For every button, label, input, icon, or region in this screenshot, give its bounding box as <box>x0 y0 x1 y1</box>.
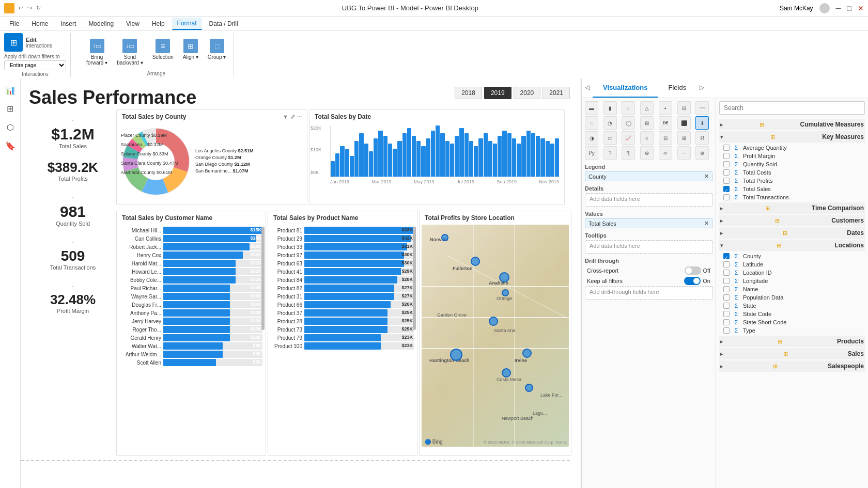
viz-matrix-icon[interactable]: ⊞ <box>677 131 691 145</box>
field-item-checkbox[interactable] <box>723 153 730 159</box>
viz-slicer-icon[interactable]: ≡ <box>640 131 654 145</box>
fields-tab[interactable]: Fields <box>658 78 696 98</box>
close-btn[interactable]: ✕ <box>858 4 864 12</box>
field-item-0[interactable]: ✓ Σ County <box>719 252 865 260</box>
field-group-header-4[interactable]: ▸ ⊞ Dates <box>719 227 865 239</box>
field-group-header-0[interactable]: ▸ ⊞ Cumulative Measures <box>719 119 865 130</box>
sidebar-report-icon[interactable]: 📊 <box>3 83 18 97</box>
viz-py-icon[interactable]: Py <box>585 146 598 160</box>
fields-search-input[interactable] <box>719 101 865 115</box>
field-item-checkbox[interactable] <box>723 194 730 200</box>
keep-filters-track[interactable] <box>684 277 701 285</box>
details-drop-area[interactable]: Add data fields here <box>585 193 712 207</box>
align-btn[interactable]: ⊞ Align ▾ <box>180 37 202 68</box>
field-group-header-6[interactable]: ▸ ⊞ Products <box>719 336 865 347</box>
viz-treemap-icon[interactable]: ⊞ <box>640 116 654 130</box>
window-controls-refresh[interactable]: ↻ <box>36 5 41 11</box>
viz-area-icon[interactable]: △ <box>640 101 654 115</box>
donut-filter-icon[interactable]: ▼ <box>283 114 288 120</box>
field-item-checkbox[interactable] <box>723 303 730 309</box>
viz-gauge-icon[interactable]: ◑ <box>585 131 598 145</box>
field-item-checkbox[interactable] <box>723 311 730 317</box>
menu-data-drill[interactable]: Data / Drill <box>204 18 243 29</box>
viz-scatter-icon[interactable]: ⁙ <box>585 116 598 130</box>
sidebar-data-icon[interactable]: ⊞ <box>3 101 18 116</box>
menu-modeling[interactable]: Modeling <box>83 18 119 29</box>
field-item-7[interactable]: Σ State Code <box>719 310 865 318</box>
field-group-header-7[interactable]: ▸ ⊞ Sales <box>719 348 865 359</box>
field-item-2[interactable]: Σ Quantity Sold <box>719 160 865 168</box>
viz-pie-icon[interactable]: ◔ <box>603 116 617 130</box>
field-item-checkbox[interactable] <box>723 286 730 292</box>
viz-rai-icon[interactable]: R <box>695 131 709 145</box>
cross-report-toggle[interactable]: Off <box>685 266 710 275</box>
field-group-header-3[interactable]: ▸ ⊞ Customers <box>719 215 865 226</box>
window-controls-redo[interactable]: ↪ <box>27 5 32 11</box>
viz-line-icon[interactable]: ⟋ <box>622 101 635 115</box>
viz-more-icon[interactable]: ··· <box>677 146 691 160</box>
field-item-3[interactable]: Σ Total Costs <box>719 168 865 177</box>
viz-decomp-icon[interactable]: ⊕ <box>640 146 654 160</box>
field-item-checkbox[interactable]: ✓ <box>723 253 730 259</box>
year-2019-btn[interactable]: 2019 <box>484 87 512 99</box>
viz-map-icon[interactable]: 🗺 <box>659 116 672 130</box>
viz-narrative-icon[interactable]: ¶ <box>622 146 635 160</box>
donut-more-icon[interactable]: ··· <box>297 114 302 120</box>
viz-card-icon[interactable]: ▭ <box>603 131 617 145</box>
field-item-5[interactable]: ✓ Σ Total Sales <box>719 185 865 193</box>
field-item-checkbox[interactable] <box>723 327 730 334</box>
field-item-checkbox[interactable] <box>723 161 730 167</box>
minimize-btn[interactable]: ─ <box>836 4 841 12</box>
panel-collapse-arrow[interactable]: ◁ <box>582 78 593 98</box>
field-item-4[interactable]: Σ Total Profits <box>719 177 865 185</box>
viz-stackbar-icon[interactable]: ▪ <box>659 101 672 115</box>
viz-stackcol-icon[interactable]: ⊟ <box>677 101 691 115</box>
field-item-9[interactable]: Σ Type <box>719 326 865 335</box>
field-item-5[interactable]: Σ Population Data <box>719 293 865 302</box>
field-item-checkbox[interactable] <box>723 319 730 325</box>
field-item-checkbox[interactable] <box>723 178 730 184</box>
menu-home[interactable]: Home <box>26 18 53 29</box>
field-item-checkbox[interactable] <box>723 145 730 151</box>
send-backward-btn[interactable]: ↓▭ Sendbackward ▾ <box>114 37 146 68</box>
donut-focus-icon[interactable]: ⤢ <box>290 114 295 120</box>
field-item-1[interactable]: Σ Profit Margin <box>719 152 865 160</box>
field-item-2[interactable]: Σ Location ID <box>719 269 865 277</box>
field-group-header-1[interactable]: ▾ ⊞ Key Measures <box>719 131 865 143</box>
field-item-checkbox[interactable]: ✓ <box>723 186 730 192</box>
field-item-1[interactable]: Σ Latitude <box>719 260 865 269</box>
field-item-0[interactable]: Σ Average Quantity <box>719 144 865 152</box>
menu-view[interactable]: View <box>121 18 145 29</box>
drill-filter-dropdown[interactable]: Entire page <box>4 60 66 70</box>
field-item-checkbox[interactable] <box>723 278 730 284</box>
menu-file[interactable]: File <box>4 18 24 29</box>
field-item-checkbox[interactable] <box>723 169 730 176</box>
values-remove-icon[interactable]: ✕ <box>704 220 709 227</box>
viz-custom-icon[interactable]: ⊕ <box>695 146 709 160</box>
selection-btn[interactable]: ≡ Selection <box>149 37 177 68</box>
viz-kpi-icon[interactable]: 📈 <box>622 131 635 145</box>
field-item-checkbox[interactable] <box>723 294 730 301</box>
menu-format[interactable]: Format <box>172 18 202 30</box>
menu-help[interactable]: Help <box>147 18 170 29</box>
viz-inf-icon[interactable]: ∞ <box>659 146 672 160</box>
field-group-header-8[interactable]: ▸ ⊞ Salespeople <box>719 360 865 372</box>
viz-funnel-icon[interactable]: ⬇ <box>695 116 709 130</box>
bring-forward-btn[interactable]: ↑▭ Bringforward ▾ <box>83 37 111 68</box>
drill-through-drop-area[interactable]: Add drill-through fields here <box>585 286 712 300</box>
field-group-header-2[interactable]: ▸ ⊞ Time Comparison <box>719 202 865 214</box>
field-item-4[interactable]: Σ Name <box>719 285 865 293</box>
field-item-checkbox[interactable] <box>723 261 730 267</box>
field-item-checkbox[interactable] <box>723 270 730 276</box>
viz-qa-icon[interactable]: ? <box>603 146 617 160</box>
restore-btn[interactable]: □ <box>847 4 851 12</box>
viz-bar-icon[interactable]: ▬ <box>585 101 598 115</box>
cross-report-track[interactable] <box>685 266 701 275</box>
year-2020-btn[interactable]: 2020 <box>514 87 541 99</box>
year-2018-btn[interactable]: 2018 <box>455 87 482 99</box>
keep-filters-toggle[interactable]: On <box>684 277 710 285</box>
viz-table-icon[interactable]: ⊟ <box>659 131 672 145</box>
window-controls-undo[interactable]: ↩ <box>19 5 23 11</box>
panel-expand-arrow[interactable]: ▷ <box>696 78 707 98</box>
group-btn[interactable]: ⬚ Group ▾ <box>205 37 229 68</box>
